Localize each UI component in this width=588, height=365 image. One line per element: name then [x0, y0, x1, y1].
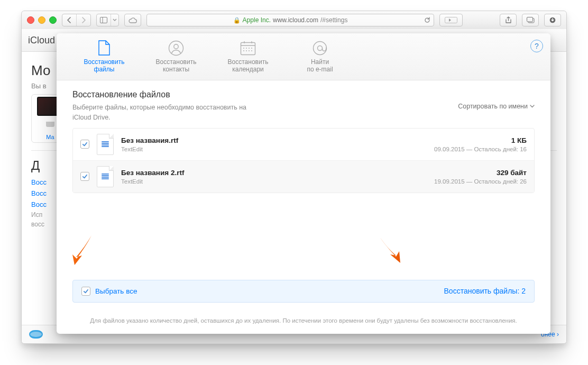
zoom-window-button[interactable] [49, 16, 57, 24]
device-label: Ma [46, 134, 54, 140]
file-list: Без названия.rtf TextEdit 1 КБ 09.09.201… [72, 128, 535, 193]
file-checkbox[interactable] [80, 140, 89, 149]
tab-restore-contacts[interactable]: Восстановитьконтакты [150, 40, 203, 74]
document-icon [97, 166, 114, 187]
file-icon [96, 40, 112, 56]
url-host-prefix: Apple Inc. [243, 16, 271, 24]
file-checkbox[interactable] [80, 172, 89, 181]
svg-point-15 [246, 50, 247, 51]
file-row[interactable]: Без названия 2.rtf TextEdit 329 байт 19.… [73, 160, 534, 193]
svg-point-20 [314, 41, 327, 54]
icloud-tabs-button[interactable] [124, 14, 141, 26]
file-name: Без названия.rtf [121, 136, 178, 144]
modal-title: Восстановление файлов [72, 90, 535, 99]
modal-footnote: Для файлов указано количество дней, оста… [57, 309, 550, 334]
svg-rect-4 [527, 17, 532, 22]
svg-point-14 [243, 50, 244, 51]
action-bar: Выбрать все Восстановить файлы: 2 [72, 280, 535, 303]
svg-point-16 [249, 50, 250, 51]
tab-label: Восстановитькалендари [228, 58, 269, 74]
svg-point-11 [246, 48, 247, 49]
browser-window: 🔒 Apple Inc. www.icloud.com/#settings [21, 11, 567, 344]
contact-icon [168, 40, 184, 56]
svg-rect-0 [100, 17, 107, 23]
minimize-window-button[interactable] [38, 16, 45, 24]
file-row[interactable]: Без названия.rtf TextEdit 1 КБ 09.09.201… [73, 129, 534, 160]
sort-dropdown[interactable]: Сортировать по имени [458, 103, 535, 110]
svg-point-17 [251, 50, 252, 51]
show-tabs-button[interactable] [522, 14, 539, 26]
svg-point-21 [318, 45, 323, 50]
forward-button[interactable] [76, 14, 90, 26]
url-path: /#settings [320, 16, 347, 24]
file-meta: 19.09.2015 — Осталось дней: 26 [434, 178, 527, 185]
url-domain: www.icloud.com [273, 16, 318, 24]
chevron-down-icon [530, 105, 535, 108]
tab-find-by-email[interactable]: Найтипо e-mail [293, 40, 346, 74]
document-icon [97, 134, 114, 155]
reload-button[interactable] [424, 17, 430, 23]
app-name: iCloud [28, 35, 55, 46]
family-icon [29, 330, 43, 339]
sort-label: Сортировать по имени [458, 103, 528, 110]
svg-point-10 [243, 48, 244, 49]
calendar-icon [240, 40, 256, 56]
reader-button[interactable] [439, 14, 463, 26]
url-bar[interactable]: 🔒 Apple Inc. www.icloud.com/#settings [146, 14, 434, 26]
browser-titlebar: 🔒 Apple Inc. www.icloud.com/#settings [22, 11, 566, 30]
file-size: 1 КБ [434, 136, 527, 144]
close-window-button[interactable] [27, 16, 34, 24]
sidebar-toggle-group [96, 14, 119, 26]
at-icon [312, 40, 328, 56]
modal-tab-bar: Восстановитьфайлы Восстановитьконтакты В… [57, 33, 550, 80]
svg-point-6 [169, 41, 183, 55]
svg-point-7 [174, 44, 178, 48]
show-sidebar-button[interactable] [97, 14, 111, 26]
nav-back-forward [62, 14, 91, 26]
restore-modal: Восстановитьфайлы Восстановитьконтакты В… [57, 33, 550, 334]
tab-label: Восстановитьфайлы [84, 58, 125, 74]
back-button[interactable] [62, 14, 76, 26]
svg-point-12 [249, 48, 250, 49]
file-app: TextEdit [121, 146, 178, 152]
restore-files-button[interactable]: Восстановить файлы: 2 [444, 287, 526, 295]
downloads-button[interactable] [544, 14, 561, 26]
file-meta: 09.09.2015 — Осталось дней: 16 [434, 146, 527, 152]
select-all-checkbox[interactable] [81, 287, 90, 296]
select-all-label: Выбрать все [95, 287, 137, 295]
file-app: TextEdit [121, 178, 184, 185]
family-sharing[interactable] [29, 330, 43, 339]
svg-rect-8 [241, 42, 255, 54]
svg-point-13 [251, 48, 252, 49]
tab-restore-calendars[interactable]: Восстановитькалендари [222, 40, 274, 74]
file-name: Без названия 2.rtf [121, 169, 184, 177]
tab-restore-files[interactable]: Восстановитьфайлы [78, 40, 131, 74]
select-all-toggle[interactable]: Выбрать все [81, 287, 137, 296]
file-size: 329 байт [434, 169, 527, 177]
tab-label: Найтипо e-mail [307, 58, 333, 74]
sidebar-dropdown-button[interactable] [111, 14, 118, 26]
window-controls [27, 16, 57, 24]
lock-icon: 🔒 [233, 17, 241, 24]
help-button[interactable]: ? [530, 40, 543, 52]
modal-description: Выберите файлы, которые необходимо восст… [72, 103, 263, 123]
share-button[interactable] [500, 14, 517, 26]
tab-label: Восстановитьконтакты [156, 58, 197, 74]
